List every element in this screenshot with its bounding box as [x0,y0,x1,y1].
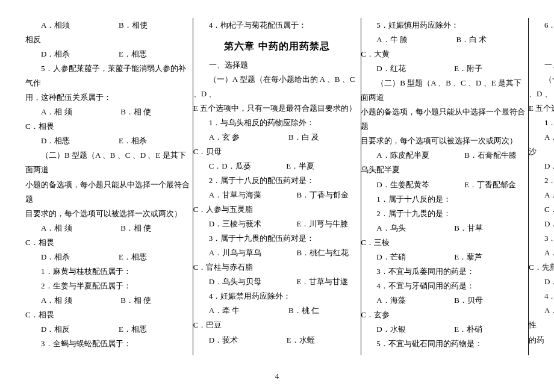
text-line: C．先煎 [529,260,554,275]
chapter-heading: 第六章 中药的用药禁忌 [193,37,361,55]
text-line: C．贝母 [193,145,361,159]
text-line: C．玄参 [361,308,529,322]
text-line: 5．不宜与砒石同用的药物是： [361,337,529,351]
text-line: 4．妊娠禁用药应除外： [193,289,361,303]
text-line: A．相 须B．相 使 [25,293,193,308]
text-line: C．大黄 [361,47,529,61]
text-line: D．乌头与贝母E．甘草与甘遂 [193,275,361,289]
text-line: 的药C．驱虫药 [529,333,554,347]
text-line: D．莪术E．水蛭 [193,333,361,347]
text-line: D．烊化E．冲服 [529,275,554,289]
text-line: 1．与乌头相反的药物应除外： [193,116,361,130]
text-line: C．相畏 [25,119,193,134]
text-line: A．玄 参B．白 及 [193,130,361,145]
text-line: A．陈皮配半夏B．石膏配牛膝 [361,148,529,163]
text-line: 2．生姜与半夏配伍属于： [25,279,193,293]
page-number: 4 [0,369,554,384]
text-line: 一、选择题 [529,58,554,72]
text-line: 小题的备选项，每小题只能从中选择一个最符合题 [361,105,529,134]
text-line: A．磁石、牡蛎B．蒲黄、海金沙 [529,188,554,202]
text-line: E 五个选项中，只有一项是最符合题目要求的） [529,101,554,116]
text-line: （一）A 型题（在每小题给出的 A 、B 、C 、D 、 [193,72,361,101]
text-line: 5．妊娠慎用药应除外： [361,18,529,33]
text-line: D．相杀E．相恶 [25,47,193,61]
text-line: A．相 须B．相 使 [25,221,193,235]
text-line: E 五个选项中，只有一项是最符合题目要求的） [193,101,361,116]
text-line: 乌头配半夏 [361,163,529,177]
text-line: 4．宜饭后服用的药是： [529,289,554,303]
chapter-heading: 第七章 中药的剂量与用法 [529,37,554,55]
text-line: D．生姜配黄芩E．丁香配郁金 [361,178,529,192]
text-line: D．红花E．附子 [361,61,529,76]
text-line: 相反 [25,33,193,47]
text-line: D．相恶E．相杀 [25,134,193,148]
text-line: D．人参、鹿茸 [529,217,554,231]
text-line: D．相反E．相恶 [25,322,193,337]
text-line: A．乌头B．甘草 [361,221,529,235]
text-line: 1．麻黄与桂枝配伍属于： [25,264,193,279]
text-line: A．海藻B．贝母 [361,293,529,308]
text-line: 4．枸杞子与菊花配伍属于： [193,18,361,33]
text-line: 1．入汤剂需先煎的药物是： [529,116,554,130]
text-line: 目要求的，每个选项可以被选择一次或两次） [361,134,529,148]
text-line: A．川乌与草乌B．桃仁与红花 [193,246,361,260]
text-line: A．牵 牛B．桃 仁 [193,303,361,318]
text-line: C．相畏 [25,308,193,322]
text-line: 3．不宜与瓜蒌同用的药是： [361,264,529,279]
text-line: D．三棱与莪术E．川芎与牛膝 [193,217,361,231]
text-line: C．三棱 [361,235,529,250]
text-line: A．峻下逐水药B．对胃肠有刺激性 [529,303,554,332]
text-line: 2．属于十八反的配伍药对是： [193,173,361,188]
text-line: 1．属于十八反的是： [361,192,529,207]
text-line: C．相畏 [25,235,193,250]
text-line: 用，这种配伍关系属于： [25,90,193,105]
text-line: C．薄荷、白豆蔻E．芒硝、阿胶 [529,202,554,217]
text-line: （二）B 型题（A 、B 、C 、D 、E 是其下面两道 [25,148,193,177]
text-line: D．磁石、牡蛎E．以上均不是 [529,159,554,173]
text-line: C．官桂与赤石脂 [193,260,361,275]
text-line: 2．属于十九畏的是： [361,207,529,221]
text-line: 一、选择题 [193,58,361,72]
text-line: C．D．瓜蒌E．半夏 [193,159,361,173]
text-line: 目要求的，每个选项可以被选择一次或两次） [25,207,193,221]
text-line: D．相杀E．相恶 [25,250,193,264]
text-line: D．水银E．朴硝 [361,322,529,337]
text-line: C．人参与五灵脂 [193,202,361,217]
text-line: 3．蒲黄、旋覆花等药入煎剂宜： [529,231,554,246]
text-line: 6．不宜与硫黄同用的药物是： [529,18,554,33]
text-line: A．薄荷、白豆蔻B．蒲黄、海金 [529,130,554,145]
text-line: A．牛 膝B．白 术 [361,33,529,47]
text-line: （二）B 型题（A 、B 、C 、D 、E 是其下面两道 [361,76,529,105]
text-line: C．巴豆 [193,318,361,332]
text-line: 4．不宜与牙硝同用的药是： [361,279,529,293]
text-line: （一）A 型题（在每小题给出的 A 、B 、C 、D 、 [529,72,554,101]
text-line: A．相须B．相使 [25,18,193,33]
text-line: A．甘草与海藻B．丁香与郁金 [193,188,361,202]
text-line: 沙C．人参、阿胶 [529,145,554,159]
text-line: 小题的备选项，每小题只能从中选择一个最符合题 [25,178,193,207]
page-body: A．相须B．相使 相反 D．相杀E．相恶 5．人参配莱菔子，莱菔子能消弱人参的补… [0,0,554,361]
text-line: D．芒硝E．藜芦 [361,250,529,264]
text-line: 2．入汤剂需后下的药物是： [529,173,554,188]
text-line: 3．全蝎与蜈蚣配伍属于： [25,337,193,351]
text-line: 5．人参配莱菔子，莱菔子能消弱人参的补气作 [25,61,193,90]
text-line: A．包煎B．后 下 [529,246,554,260]
text-line: A．相 须B．相 使 [25,105,193,119]
text-line: 3．属于十九畏的配伍药对是： [193,231,361,246]
